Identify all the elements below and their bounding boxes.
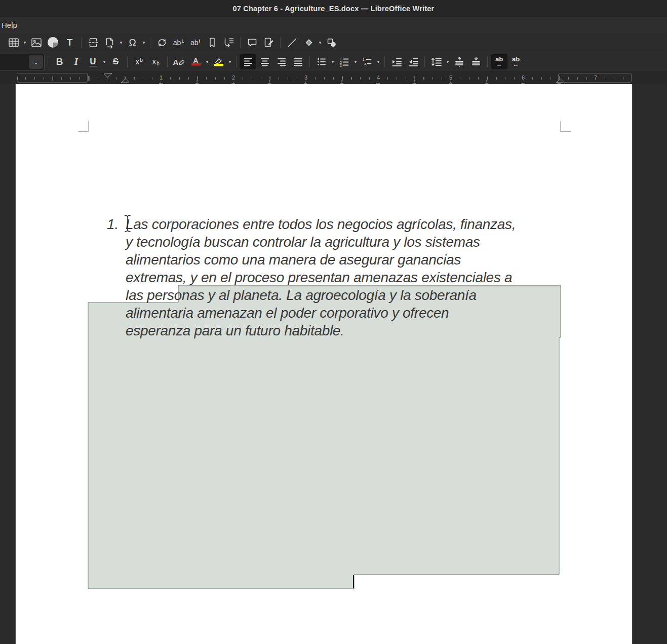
clone-formatting-button[interactable]: A — [171, 54, 187, 69]
special-character-dropdown[interactable]: ▾ — [141, 35, 147, 50]
basic-shapes-dropdown[interactable]: ▾ — [317, 35, 323, 50]
left-indent-marker[interactable] — [121, 78, 130, 83]
ruler-left-margin-box — [17, 73, 88, 83]
document-workspace: 1. Las corporaciones entre todos los neg… — [0, 84, 667, 644]
text-boundary-corner-top-right — [561, 131, 571, 132]
numbered-list-button[interactable]: 1 2 3 — [336, 54, 352, 69]
window-title: 07 Chapter 6 - Agriculture_ES.docx — Lib… — [233, 5, 435, 13]
line-icon — [286, 36, 298, 49]
field-icon — [104, 36, 116, 49]
basic-shapes-button[interactable] — [300, 35, 317, 50]
insert-image-button[interactable] — [28, 35, 45, 50]
line-spacing-dropdown[interactable]: ▾ — [445, 54, 451, 69]
font-color-button[interactable]: A — [187, 54, 204, 69]
highlight-color-button[interactable] — [210, 54, 227, 69]
insert-field-button[interactable] — [101, 35, 118, 50]
comment-icon — [246, 36, 258, 49]
decrease-paragraph-spacing-button[interactable] — [467, 54, 484, 69]
right-indent-marker[interactable] — [556, 78, 565, 83]
superscript-button[interactable]: x b — [131, 54, 147, 69]
insert-field-dropdown[interactable]: ▾ — [118, 35, 124, 50]
menu-help[interactable]: Help — [0, 17, 20, 33]
insert-table-button[interactable] — [5, 35, 22, 50]
numbered-list-icon: 1 2 3 — [339, 57, 349, 67]
page-right-edge — [632, 84, 633, 644]
highlight-color-dropdown[interactable]: ▾ — [227, 54, 233, 69]
document-page[interactable]: 1. Las corporaciones entre todos los neg… — [16, 84, 632, 644]
align-left-icon — [244, 57, 253, 67]
font-color-dropdown[interactable]: ▾ — [204, 54, 210, 69]
justify-button[interactable] — [290, 54, 306, 69]
insert-special-character-button[interactable]: Ω — [124, 35, 141, 50]
increase-paragraph-spacing-button[interactable] — [451, 54, 467, 69]
outline-list-dropdown[interactable]: ▾ — [375, 54, 381, 69]
insert-line-button[interactable] — [284, 35, 300, 50]
default-tab-stops — [159, 80, 579, 84]
text-caret — [353, 575, 354, 588]
track-changes-button[interactable] — [260, 35, 277, 50]
draw-functions-icon — [326, 36, 338, 49]
titlebar[interactable]: 07 Chapter 6 - Agriculture_ES.docx — Lib… — [0, 0, 667, 17]
underline-dropdown[interactable]: ▾ — [101, 54, 107, 69]
text-line: y tecnología buscan controlar la agricul… — [126, 233, 576, 251]
underline-button[interactable]: U — [85, 54, 101, 69]
bullet-list-button[interactable] — [313, 54, 330, 69]
insert-chart-button[interactable] — [45, 35, 61, 50]
toolbar-separator — [81, 37, 82, 48]
chevron-down-icon[interactable]: ⌄ — [29, 55, 43, 69]
align-left-button[interactable] — [240, 54, 256, 69]
text-line: Las corporaciones entre todos los negoci… — [126, 215, 576, 233]
list-number: 1. — [107, 215, 119, 233]
decrease-indent-icon — [408, 57, 419, 67]
superscript-icon: x b — [135, 57, 143, 66]
first-line-indent-marker[interactable] — [103, 73, 112, 78]
line-spacing-icon — [431, 57, 442, 67]
insert-endnote-button[interactable]: ab i — [187, 35, 204, 50]
insert-cross-reference-button[interactable] — [220, 35, 237, 50]
paragraph-text: Las corporaciones entre todos los negoci… — [126, 215, 576, 339]
subscript-button[interactable]: x b — [147, 54, 164, 69]
bold-button[interactable]: B — [51, 54, 68, 69]
text-direction-ltr-button[interactable]: ab → — [491, 54, 507, 69]
insert-footnote-button[interactable]: ab 1 — [170, 35, 187, 50]
rtl-icon: ab ← — [512, 57, 520, 67]
bullet-list-dropdown[interactable]: ▾ — [330, 54, 336, 69]
ltr-icon: ab → — [495, 57, 503, 67]
text-boundary-corner-top-right — [560, 121, 561, 132]
increase-paragraph-spacing-icon — [454, 56, 464, 67]
text-direction-rtl-button[interactable]: ab ← — [507, 54, 524, 69]
strikethrough-button[interactable]: S — [107, 54, 124, 69]
align-center-button[interactable] — [256, 54, 273, 69]
insert-comment-button[interactable] — [244, 35, 260, 50]
font-color-bar — [191, 63, 201, 66]
textbox-icon: T — [67, 37, 73, 48]
toolbar-separator — [240, 37, 241, 48]
bold-icon: B — [56, 56, 63, 67]
toolbar-standard: ▾ T — [0, 33, 667, 52]
paragraph-style-combobox[interactable]: ⌄ — [0, 54, 45, 70]
numbered-list-dropdown[interactable]: ▾ — [352, 54, 359, 69]
horizontal-ruler[interactable]: 1 2 3 4 5 6 7 — [0, 72, 667, 84]
insert-bookmark-button[interactable] — [204, 35, 220, 50]
show-draw-functions-button[interactable] — [323, 35, 340, 50]
toolbar-separator — [236, 56, 237, 67]
align-right-button[interactable] — [273, 54, 290, 69]
insert-hyperlink-button[interactable] — [153, 35, 170, 50]
decrease-indent-button[interactable] — [405, 54, 421, 69]
strikethrough-icon: S — [113, 57, 119, 67]
increase-indent-button[interactable] — [388, 54, 405, 69]
italic-button[interactable]: I — [68, 54, 85, 69]
text-line: las personas y al planeta. La agroecolog… — [126, 286, 576, 304]
insert-textbox-button[interactable]: T — [61, 35, 78, 50]
toolbar-separator — [167, 56, 168, 67]
cross-reference-icon — [223, 36, 235, 49]
italic-icon: I — [74, 56, 78, 67]
ruler-number: 2 — [229, 74, 238, 82]
insert-table-dropdown[interactable]: ▾ — [22, 35, 28, 50]
insert-page-break-button[interactable] — [85, 35, 101, 50]
toolbar-formatting: ⌄ B I U ▾ S x b — [0, 52, 667, 72]
libreoffice-writer-window: 07 Chapter 6 - Agriculture_ES.docx — Lib… — [0, 0, 667, 644]
line-spacing-button[interactable] — [428, 54, 445, 69]
subscript-icon: x b — [152, 57, 160, 66]
outline-list-button[interactable]: 1 A — [359, 54, 375, 69]
